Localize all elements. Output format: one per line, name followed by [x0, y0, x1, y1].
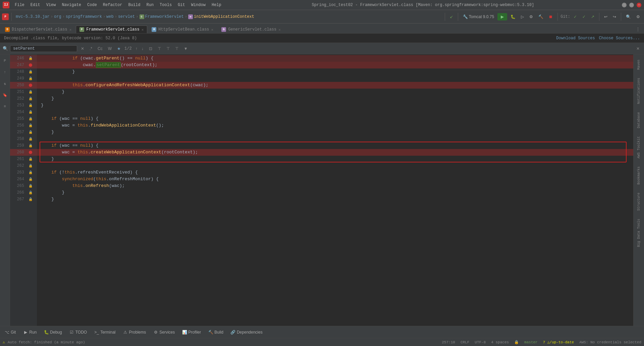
gutter-265[interactable]: 🔒 — [27, 184, 34, 188]
git-checkmark-button[interactable]: ✓ — [572, 13, 579, 20]
debug-button[interactable]: 🐛 — [508, 13, 518, 20]
menu-code[interactable]: Code — [85, 2, 100, 8]
breakpoint-260[interactable] — [29, 151, 32, 154]
profiler-bottom-button[interactable]: 📊 Profiler — [179, 329, 204, 336]
gutter-253[interactable]: 🔒 — [27, 103, 34, 107]
tab-genericservlet[interactable]: G GenericServlet.class ✕ — [218, 26, 284, 33]
tab-dispatcher-close[interactable]: ✕ — [69, 28, 72, 32]
aws-toolkit-icon[interactable]: AWS Toolkit — [636, 134, 642, 161]
search-options3-button[interactable]: ⊤ — [173, 46, 180, 52]
todo-bottom-button[interactable]: ☑ TODO — [66, 329, 90, 336]
structure-panel-icon[interactable]: Structure — [636, 190, 642, 213]
menu-refactor[interactable]: Refactor — [100, 2, 125, 8]
gutter-255[interactable]: 🔒 — [27, 117, 34, 121]
search-everywhere-button[interactable]: 🔍 — [624, 13, 633, 20]
breadcrumb-method[interactable]: initWebApplicationContext — [194, 14, 254, 19]
maximize-button[interactable]: □ — [629, 3, 634, 7]
menu-git[interactable]: Git — [175, 2, 188, 8]
search-options2-button[interactable]: ⊤ — [165, 46, 171, 52]
notifications-icon[interactable]: Notifications — [636, 75, 642, 107]
search-prev-button[interactable]: ↑ — [134, 46, 139, 52]
auto-fetch-status[interactable]: Auto fetch: finished (a minute ago) — [8, 340, 85, 344]
build-bottom-button[interactable]: 🔨 Build — [205, 329, 227, 336]
bookmarks-icon[interactable]: 🔖 — [1, 91, 9, 99]
tab-httpservlet-close[interactable]: ✕ — [211, 28, 214, 32]
project-panel-icon[interactable]: P — [1, 57, 9, 64]
gutter-262[interactable]: 🔒 — [27, 164, 34, 168]
menu-help[interactable]: Help — [209, 2, 224, 8]
gutter-259[interactable]: 🔒 — [27, 144, 34, 148]
build-button[interactable]: 🔨 — [536, 13, 545, 20]
search-input[interactable] — [10, 45, 77, 52]
search-case-button[interactable]: Cc — [96, 46, 104, 52]
minimize-button[interactable]: — — [622, 3, 627, 7]
search-expand-button[interactable]: ⊡ — [147, 46, 154, 52]
redo-button[interactable]: ↪ — [611, 13, 618, 20]
breadcrumb-servlet[interactable]: servlet — [118, 14, 135, 19]
profile-button[interactable]: ⚙ — [527, 13, 535, 20]
cursor-position[interactable]: 257:10 — [442, 340, 455, 344]
gutter-261[interactable]: 🔒 — [27, 157, 34, 161]
gutter-246[interactable]: 🔒 — [27, 56, 34, 60]
tab-framework-close[interactable]: ✕ — [142, 28, 144, 32]
maven-panel-icon[interactable]: Maven — [636, 57, 642, 72]
search-next-button[interactable]: ↓ — [140, 46, 145, 52]
aws-status[interactable]: AWS: No credentials selected — [579, 340, 641, 344]
menu-navigate[interactable]: Navigate — [59, 2, 84, 8]
pull-requests-icon[interactable]: ⇅ — [1, 80, 9, 87]
warnings-status[interactable]: 7 △/up-to-date — [543, 340, 574, 344]
search-highlight-button[interactable]: ★ — [115, 46, 122, 52]
gutter-249[interactable]: 🔒 — [27, 77, 34, 81]
gutter-267[interactable]: 🔒 — [27, 197, 34, 201]
breadcrumb-jar[interactable]: mvc-5.3.10.jar — [16, 14, 50, 19]
gutter-263[interactable]: 🔒 — [27, 170, 34, 175]
vcs-update-button[interactable]: ↙ — [448, 13, 455, 20]
download-sources-link[interactable]: Download Sources — [556, 36, 595, 41]
tab-overflow-button[interactable]: ⋮ — [633, 26, 643, 33]
structure-icon[interactable]: ≡ — [1, 103, 9, 110]
line-ending[interactable]: CRLF — [461, 340, 469, 344]
indent-status[interactable]: 4 spaces — [491, 340, 509, 344]
breadcrumb-org[interactable]: org — [54, 14, 61, 19]
undo-button[interactable]: ↩ — [602, 13, 609, 20]
code-editor[interactable]: 246 🔒 247 248 🔒 249 — [10, 54, 633, 326]
search-word-button[interactable]: W — [106, 46, 113, 52]
run-bottom-button[interactable]: ▶ Run — [20, 329, 40, 336]
breadcrumb-web[interactable]: web — [106, 14, 114, 19]
tab-dispatcherservlet[interactable]: D DispatcherServlet.class ✕ — [1, 26, 75, 33]
breakpoint-250[interactable] — [29, 84, 32, 87]
search-clear-button[interactable]: ✕ — [79, 46, 86, 52]
search-regex-button[interactable]: .* — [88, 46, 94, 52]
git-branch-status[interactable]: master — [524, 340, 538, 344]
gutter-257[interactable]: 🔒 — [27, 130, 34, 134]
search-filter-button[interactable]: ▼ — [182, 46, 190, 52]
gutter-260[interactable] — [27, 151, 34, 154]
tab-generic-close[interactable]: ✕ — [278, 28, 281, 32]
menu-window[interactable]: Window — [189, 2, 208, 8]
stop-button[interactable]: ⏹ — [547, 13, 555, 20]
dependencies-bottom-button[interactable]: 🔗 Dependencies — [227, 329, 266, 336]
menu-build[interactable]: Build — [125, 2, 143, 8]
database-panel-icon[interactable]: Database — [636, 109, 642, 131]
git-push-button[interactable]: ↗ — [589, 13, 596, 20]
close-button[interactable]: ✕ — [637, 3, 641, 7]
gutter-256[interactable]: 🔒 — [27, 123, 34, 128]
problems-bottom-button[interactable]: ⚠ Problems — [120, 329, 150, 336]
bookmarks-panel-icon[interactable]: Bookmarks — [636, 164, 642, 187]
tab-httpservletbean[interactable]: H HttpServletBean.class ✕ — [148, 26, 217, 33]
terminal-bottom-button[interactable]: >_ Terminal — [91, 329, 119, 336]
breadcrumb-springframework[interactable]: springframework — [66, 14, 102, 19]
gutter-264[interactable]: 🔒 — [27, 177, 34, 181]
breakpoint-247[interactable] — [29, 63, 32, 67]
gutter-251[interactable]: 🔒 — [27, 90, 34, 94]
gutter-252[interactable]: 🔒 — [27, 97, 34, 101]
encoding-status[interactable]: UTF-8 — [475, 340, 486, 344]
gutter-254[interactable]: 🔒 — [27, 110, 34, 114]
gutter-258[interactable]: 🔒 — [27, 137, 34, 141]
settings-button[interactable]: ⚙ — [634, 13, 642, 20]
search-options1-button[interactable]: ⊤ — [156, 46, 163, 52]
git-checkmark2-button[interactable]: ✓ — [580, 13, 588, 20]
coverage-button[interactable]: ▷ — [519, 13, 526, 20]
gutter-248[interactable]: 🔒 — [27, 70, 34, 74]
run-button[interactable]: ▶ — [497, 13, 507, 20]
